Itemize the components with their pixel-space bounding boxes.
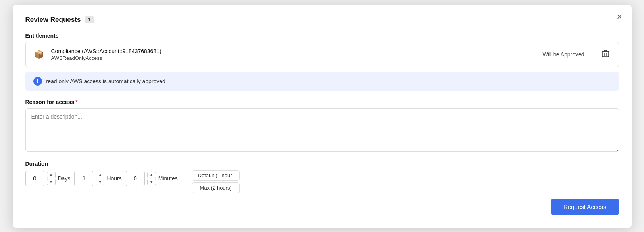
entitlement-row: 📦 Compliance (AWS::Account::918437683681… (26, 42, 619, 67)
minutes-spinner-group: ▲ ▼ Minutes (126, 171, 178, 186)
required-star: * (75, 99, 77, 105)
hours-up-button[interactable]: ▲ (96, 172, 104, 178)
days-up-button[interactable]: ▲ (47, 172, 56, 178)
info-banner: i read only AWS access is automatically … (25, 72, 619, 91)
duration-label: Duration (25, 161, 619, 167)
hours-down-button[interactable]: ▼ (96, 179, 104, 185)
modal-title: Review Requests (25, 16, 81, 24)
entitlements-label: Entitlements (25, 33, 619, 39)
days-unit: Days (58, 175, 71, 182)
hours-arrows: ▲ ▼ (96, 172, 104, 185)
reason-textarea[interactable] (25, 108, 619, 152)
entitlement-icon: 📦 (33, 48, 46, 61)
entitlement-info: Compliance (AWS::Account::918437683681) … (51, 48, 537, 61)
entitlement-name: Compliance (AWS::Account::918437683681) (51, 48, 537, 54)
request-access-button[interactable]: Request Access (551, 199, 619, 215)
minutes-up-button[interactable]: ▲ (147, 172, 156, 178)
info-text: read only AWS access is automatically ap… (46, 78, 165, 84)
modal-badge: 1 (85, 16, 94, 23)
days-down-button[interactable]: ▼ (47, 179, 56, 185)
svg-rect-0 (602, 51, 609, 57)
close-button[interactable]: × (617, 13, 622, 21)
default-hint-button[interactable]: Default (1 hour) (192, 170, 240, 181)
reason-label: Reason for access* (25, 99, 619, 105)
hours-input[interactable] (74, 171, 93, 186)
entitlement-box: 📦 Compliance (AWS::Account::918437683681… (25, 42, 619, 67)
days-arrows: ▲ ▼ (47, 172, 56, 185)
duration-controls: ▲ ▼ Days ▲ ▼ Hours ▲ ▼ (25, 171, 619, 186)
modal: Review Requests 1 × Entitlements 📦 Compl… (13, 5, 632, 228)
duration-section: Duration ▲ ▼ Days ▲ ▼ Hours (25, 161, 619, 186)
days-spinner-group: ▲ ▼ Days (25, 171, 71, 186)
modal-header: Review Requests 1 (25, 16, 619, 24)
info-icon: i (33, 77, 42, 86)
minutes-arrows: ▲ ▼ (147, 172, 156, 185)
days-input[interactable] (25, 171, 44, 186)
entitlement-role: AWSReadOnlyAccess (51, 55, 537, 61)
footer: Request Access (25, 199, 619, 215)
hours-spinner-group: ▲ ▼ Hours (74, 171, 121, 186)
minutes-down-button[interactable]: ▼ (147, 179, 156, 185)
minutes-unit: Minutes (158, 175, 178, 182)
minutes-input[interactable] (126, 171, 145, 186)
duration-hints: Default (1 hour) Max (2 hours) (192, 170, 240, 193)
entitlement-status: Will be Approved (542, 51, 584, 58)
delete-entitlement-button[interactable] (600, 49, 611, 60)
max-hint-button[interactable]: Max (2 hours) (192, 182, 240, 193)
hours-unit: Hours (107, 175, 121, 182)
